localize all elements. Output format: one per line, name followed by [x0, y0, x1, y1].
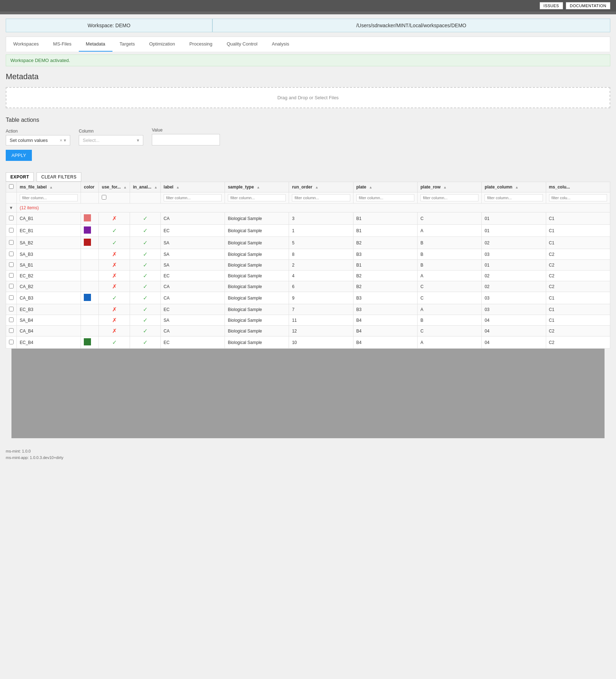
- tab-workspaces[interactable]: Workspaces: [6, 37, 46, 52]
- value-input[interactable]: [152, 134, 220, 145]
- cell-plate: B4: [353, 326, 417, 336]
- cell-in-anal: ✓: [130, 225, 161, 237]
- cell-plate-column: 04: [482, 326, 546, 336]
- footer-line1: ms-mint: 1.0.0: [6, 448, 610, 455]
- row-checkbox[interactable]: [9, 317, 14, 322]
- tab-analysis[interactable]: Analysis: [265, 37, 296, 52]
- table-row: CA_B1✗✓CABiological Sample3B1C01C1: [6, 212, 610, 225]
- cell-ms-col: C2: [546, 271, 610, 281]
- col-header-plate[interactable]: plate ▲: [353, 182, 417, 192]
- cell-sample-type: Biological Sample: [225, 237, 289, 249]
- cell-ms-col: C1: [546, 225, 610, 237]
- cell-ms-file: CA_B2: [17, 281, 81, 292]
- tab-ms-files[interactable]: MS-Files: [46, 37, 78, 52]
- column-select[interactable]: Select... ▾: [79, 135, 143, 145]
- filter-plate-row[interactable]: [418, 192, 482, 204]
- cell-in-anal: ✓: [130, 237, 161, 249]
- action-select[interactable]: Set column values × ▾: [6, 135, 70, 145]
- row-checkbox[interactable]: [9, 262, 14, 267]
- filter-run[interactable]: [289, 192, 353, 204]
- cell-plate: B4: [353, 336, 417, 349]
- issues-button[interactable]: ISSUES: [540, 2, 563, 9]
- group-collapse-icon[interactable]: ▼: [6, 204, 17, 212]
- tab-optimization[interactable]: Optimization: [142, 37, 182, 52]
- cell-use-for: ✗: [99, 249, 130, 260]
- col-header-plate-col[interactable]: plate_column ▲: [482, 182, 546, 192]
- cell-plate-column: 02: [482, 271, 546, 281]
- cell-ms-file: SA_B4: [17, 315, 81, 326]
- clear-filters-button[interactable]: CLEAR FILTERS: [37, 172, 81, 182]
- row-checkbox[interactable]: [9, 216, 14, 220]
- cell-plate-column: 03: [482, 249, 546, 260]
- col-header-sample[interactable]: sample_type ▲: [225, 182, 289, 192]
- cell-color: [81, 212, 99, 225]
- cell-run-order: 5: [289, 237, 353, 249]
- select-all-header[interactable]: [6, 182, 17, 192]
- cell-in-anal: ✓: [130, 260, 161, 271]
- filter-run-input[interactable]: [292, 194, 350, 201]
- filter-ms-file[interactable]: [17, 192, 81, 204]
- documentation-button[interactable]: DOCUMENTATION: [566, 2, 610, 9]
- cell-color: [81, 237, 99, 249]
- row-checkbox[interactable]: [9, 252, 14, 256]
- filter-plate-col-input[interactable]: [485, 194, 543, 201]
- cell-in-anal: ✓: [130, 336, 161, 349]
- apply-button[interactable]: APPLY: [6, 150, 32, 161]
- export-button[interactable]: EXPORT: [6, 172, 34, 182]
- cell-use-for: ✗: [99, 281, 130, 292]
- footer: ms-mint: 1.0.0 ms-mint-app: 1.0.0.3.dev1…: [0, 444, 616, 465]
- filter-plate-input[interactable]: [356, 194, 414, 201]
- table-row: CA_B3✓✓CABiological Sample9B3C03C1: [6, 292, 610, 304]
- filter-sample[interactable]: [225, 192, 289, 204]
- cell-label: EC: [160, 225, 225, 237]
- action-clear-icon[interactable]: ×: [59, 138, 62, 143]
- row-checkbox[interactable]: [9, 240, 14, 245]
- col-header-run[interactable]: run_order ▲: [289, 182, 353, 192]
- row-checkbox[interactable]: [9, 273, 14, 278]
- col-header-plate-row[interactable]: plate_row ▲: [418, 182, 482, 192]
- row-checkbox[interactable]: [9, 328, 14, 333]
- cell-plate: B2: [353, 281, 417, 292]
- cell-ms-col: C2: [546, 281, 610, 292]
- cell-plate-row: C: [418, 292, 482, 304]
- filter-plate-row-input[interactable]: [420, 194, 478, 201]
- filter-plate[interactable]: [353, 192, 417, 204]
- row-checkbox[interactable]: [9, 340, 14, 344]
- tab-metadata[interactable]: Metadata: [79, 37, 112, 52]
- col-header-ms-file[interactable]: ms_file_label ▲: [17, 182, 81, 192]
- row-checkbox[interactable]: [9, 284, 14, 288]
- cell-ms-file: SA_B1: [17, 260, 81, 271]
- drop-zone[interactable]: Drag and Drop or Select Files: [6, 87, 610, 108]
- cell-use-for: ✗: [99, 315, 130, 326]
- col-header-anal[interactable]: in_anal... ▲: [130, 182, 161, 192]
- tab-targets[interactable]: Targets: [112, 37, 142, 52]
- filter-label-input[interactable]: [164, 194, 222, 201]
- tab-processing[interactable]: Processing: [182, 37, 220, 52]
- filter-ms-col[interactable]: [546, 192, 610, 204]
- cell-plate-row: C: [418, 281, 482, 292]
- col-header-color[interactable]: color: [81, 182, 99, 192]
- select-all-checkbox[interactable]: [9, 184, 14, 189]
- header-bar: [0, 11, 616, 14]
- cell-label: SA: [160, 249, 225, 260]
- cell-ms-col: C2: [546, 249, 610, 260]
- cell-in-anal: ✓: [130, 304, 161, 315]
- filter-use[interactable]: [99, 192, 130, 204]
- row-checkbox[interactable]: [9, 307, 14, 311]
- filter-use-checkbox[interactable]: [102, 195, 106, 200]
- cell-ms-col: C1: [546, 237, 610, 249]
- col-header-label[interactable]: label ▲: [160, 182, 225, 192]
- filter-plate-col[interactable]: [482, 192, 546, 204]
- row-checkbox[interactable]: [9, 295, 14, 300]
- filter-ms-file-input[interactable]: [20, 194, 78, 201]
- column-arrow-icon: ▾: [137, 138, 139, 143]
- filter-sample-input[interactable]: [228, 194, 286, 201]
- col-header-use[interactable]: use_for... ▲: [99, 182, 130, 192]
- cell-plate: B3: [353, 249, 417, 260]
- tab-quality-control[interactable]: Quality Control: [220, 37, 265, 52]
- cell-run-order: 4: [289, 271, 353, 281]
- row-checkbox[interactable]: [9, 228, 14, 233]
- filter-ms-col-input[interactable]: [549, 194, 607, 201]
- table-row: SA_B2✓✓SABiological Sample5B2B02C1: [6, 237, 610, 249]
- filter-label[interactable]: [160, 192, 225, 204]
